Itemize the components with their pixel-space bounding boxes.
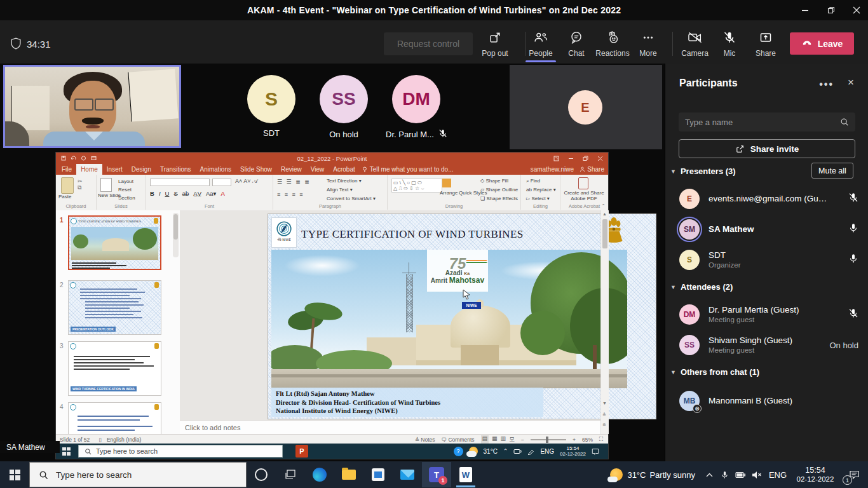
tab-review[interactable]: Review <box>276 164 306 175</box>
replace-button[interactable]: ab Replace ▾ <box>526 187 556 193</box>
shape-outline-button[interactable]: ▱ Shape Outline <box>480 187 518 193</box>
view-buttons[interactable]: ▤▦▥모 <box>481 435 515 444</box>
edge-icon[interactable] <box>305 462 334 487</box>
zoom-out-button[interactable]: − <box>521 437 524 443</box>
tray-expand-icon[interactable] <box>702 473 717 477</box>
comments-toggle[interactable]: 🗨 Comments <box>442 437 475 443</box>
select-button[interactable]: ▻ Select ▾ <box>526 196 550 201</box>
ppt-account[interactable]: samathew.niwe <box>531 166 574 173</box>
participant-row[interactable]: SS Shivam Singh (Guest) Meeting guest On… <box>665 330 868 360</box>
mic-off-icon[interactable] <box>848 193 858 205</box>
teams-taskbar-icon[interactable]: T1 <box>422 462 451 487</box>
shared-taskbar-search[interactable]: Type here to search <box>78 445 283 458</box>
weather-icon[interactable] <box>606 462 627 487</box>
webcam-tile-sa-mathew[interactable] <box>3 65 181 148</box>
font-name-select[interactable] <box>150 179 210 186</box>
participant-search-input[interactable]: Type a name <box>679 112 855 132</box>
mic-off-icon[interactable] <box>848 308 858 321</box>
tab-slideshow[interactable]: Slide Show <box>236 164 276 175</box>
camera-button[interactable]: Camera <box>677 31 712 58</box>
slide-thumbnail-4[interactable] <box>68 402 161 436</box>
new-slide-button[interactable]: New Slide <box>98 193 117 198</box>
avatar-shivam[interactable]: SS <box>320 75 368 123</box>
tab-design[interactable]: Design <box>127 164 156 175</box>
participant-row[interactable]: DM Dr. Parul Mertia (Guest) Meeting gues… <box>665 300 868 329</box>
request-control-button[interactable]: Request control <box>384 32 473 55</box>
shape-effects-button[interactable]: ❏ Shape Effects <box>480 196 518 201</box>
weather-temp[interactable]: 31°C <box>627 470 646 480</box>
tab-file[interactable]: File <box>57 164 76 175</box>
text-direction-button[interactable]: Text Direction ▾ <box>327 178 362 184</box>
layout-button[interactable]: Layout <box>118 179 133 184</box>
shared-clock[interactable]: 15:54 02-12-2022 <box>560 445 586 457</box>
tab-view[interactable]: View <box>306 164 329 175</box>
battery-icon[interactable] <box>732 471 749 478</box>
restore-button[interactable] <box>822 0 840 20</box>
shape-gallery[interactable]: ▭ \ ╲ ○ ▢ ⬭△ ⎍ ⇨ ⇩ ☆ ⌣ <box>391 179 442 193</box>
participant-row[interactable]: SM SA Mathew <box>665 215 868 244</box>
slide-thumbnail-1[interactable]: TYPE CERTIFICATION OF WIND TURBINES <box>68 215 161 270</box>
paste-icon[interactable] <box>61 177 74 194</box>
mic-button[interactable]: Mic <box>716 31 743 58</box>
word-taskbar-icon[interactable]: W <box>451 462 480 487</box>
cut-copy-icons[interactable]: ✂⧉ <box>78 178 83 191</box>
create-pdf-button[interactable]: Create and Share Adobe PDF <box>562 190 606 201</box>
more-button[interactable]: More <box>634 31 663 58</box>
tab-transitions[interactable]: Transitions <box>156 164 196 175</box>
participant-row[interactable]: S SDT Organizer <box>665 245 868 274</box>
share-invite-button[interactable]: Share invite <box>679 139 855 158</box>
tab-animations[interactable]: Animations <box>196 164 236 175</box>
tray-expand-icon[interactable]: ⌃ <box>503 448 508 454</box>
mail-icon[interactable] <box>393 462 422 487</box>
shared-screen-powerpoint[interactable]: 02_12_2022 - PowerPoint File Home Insert… <box>56 152 608 459</box>
next-slide-button[interactable]: ≝ <box>602 423 606 428</box>
slide-scrollbar[interactable]: ▲ ▼ ≜ ≝ <box>600 210 609 434</box>
language-indicator[interactable]: ENG <box>765 470 790 480</box>
participant-row[interactable]: E events.niwe@gmail.com (Guest) <box>665 184 868 214</box>
zoom-level[interactable]: 65% <box>582 437 593 443</box>
paste-button[interactable]: Paste <box>58 194 71 200</box>
tab-insert[interactable]: Insert <box>102 164 127 175</box>
mic-on-icon[interactable] <box>848 223 858 236</box>
participant-row[interactable]: MB ⊗ Manonmani B (Guest) <box>665 386 868 416</box>
font-style-buttons[interactable]: BIUSabA̲V̲Aa▾A <box>150 190 225 197</box>
list-buttons[interactable]: ☰ ☰ ≣ ≣ <box>277 179 311 185</box>
avatar-sdt[interactable]: S <box>247 75 295 123</box>
ppt-window-controls[interactable] <box>553 156 603 161</box>
quick-styles-button[interactable]: Quick Styles <box>459 190 477 196</box>
taskbar-clock[interactable]: 15:54 02-12-2022 <box>790 466 840 484</box>
font-size-select[interactable] <box>212 179 231 186</box>
slide-thumbnail-2[interactable]: PRESENTATION OUTLOOK <box>68 280 161 335</box>
new-slide-icon[interactable] <box>100 178 112 192</box>
language-indicator[interactable]: English (India) <box>107 437 141 443</box>
avatar-parul[interactable]: DM <box>392 75 440 123</box>
smartart-button[interactable]: Convert to SmartArt ▾ <box>327 196 376 201</box>
chat-button[interactable]: Chat <box>560 31 593 58</box>
file-explorer-icon[interactable] <box>334 462 363 487</box>
collapse-ribbon-icon[interactable]: ⌃ <box>601 203 606 209</box>
tell-me-box[interactable]: Tell me what you want to do... <box>362 166 454 173</box>
powerpoint-taskbar-icon[interactable]: P <box>295 445 308 458</box>
panel-more-icon[interactable]: ••• <box>819 79 834 90</box>
section-button[interactable]: Section <box>118 195 135 201</box>
reactions-button[interactable]: Reactions <box>594 31 631 58</box>
mic-on-icon[interactable] <box>848 254 858 266</box>
scroll-up-icon[interactable]: ▲ <box>602 212 607 216</box>
leave-button[interactable]: Leave <box>790 32 854 55</box>
find-button[interactable]: ⌕ Find <box>526 178 540 184</box>
tab-acrobat[interactable]: Acrobat <box>329 164 359 175</box>
arrange-button[interactable]: Arrange <box>440 190 458 196</box>
tray-mic-icon[interactable] <box>717 470 732 480</box>
pop-out-button[interactable]: Pop out <box>478 31 512 58</box>
align-buttons[interactable]: ≡ ≡ ≡ ≡ <box>277 191 304 198</box>
slide-canvas[interactable]: नीवे NIWE TYPE CERTIFICATION OF WIND TUR… <box>268 214 656 419</box>
shared-lang[interactable]: ENG <box>540 448 554 455</box>
zoom-slider[interactable] <box>531 439 566 440</box>
help-icon[interactable]: ? <box>454 447 463 456</box>
tab-home[interactable]: Home <box>76 164 102 175</box>
minimize-button[interactable] <box>796 0 814 20</box>
thumbnail-scrollbar[interactable] <box>173 213 179 257</box>
presenters-section-header[interactable]: ▼ Presenters (3) <box>670 166 736 176</box>
mute-all-button[interactable]: Mute all <box>811 163 853 179</box>
shape-fill-button[interactable]: ◇ Shape Fill <box>480 178 508 184</box>
